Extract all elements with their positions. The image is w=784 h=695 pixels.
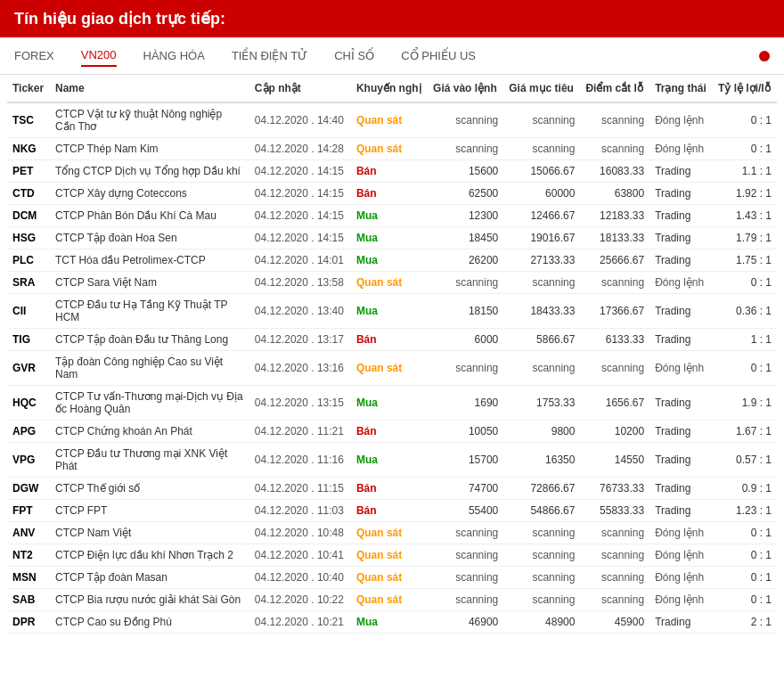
cell-entry: 74700 [428, 478, 503, 500]
cell-status: Trading [649, 478, 713, 500]
cell-target: scanning [503, 351, 580, 386]
cell-status: Đóng lệnh [649, 272, 713, 294]
cell-stop: scanning [580, 567, 649, 589]
table-row: HQCCTCP Tư vấn-Thương mại-Dịch vụ Địa ốc… [7, 386, 777, 421]
cell-recommendation: Mua [351, 205, 428, 227]
cell-name: CTCP Tư vấn-Thương mại-Dịch vụ Địa ốc Ho… [50, 386, 249, 421]
cell-status: Đóng lệnh [649, 589, 713, 611]
cell-entry: 26200 [428, 249, 503, 272]
cell-update: 04.12.2020 . 14:28 [249, 138, 351, 160]
cell-target: scanning [503, 544, 580, 567]
col-stop: Điểm cắt lỗ [580, 75, 649, 102]
cell-target: scanning [503, 589, 580, 611]
cell-stop: 10200 [580, 421, 649, 443]
cell-name: TCT Hóa dầu Petrolimex-CTCP [50, 249, 249, 272]
tab-tien-dien-tu[interactable]: TIỀN ĐIỆN TỬ [232, 45, 307, 66]
cell-target: 5866.67 [503, 329, 580, 351]
col-ratio: Tỷ lệ lợi/lỗ [713, 75, 777, 102]
cell-ratio: 0 : 1 [713, 589, 777, 611]
cell-update: 04.12.2020 . 13:40 [249, 294, 351, 329]
cell-ratio: 0 : 1 [713, 272, 777, 294]
cell-target: scanning [503, 138, 580, 160]
cell-name: CTCP Phân Bón Dầu Khí Cà Mau [50, 205, 249, 227]
table-row: DPRCTCP Cao su Đồng Phú04.12.2020 . 10:2… [7, 611, 777, 634]
cell-name: CTCP Tập đoàn Đầu tư Thăng Long [50, 329, 249, 351]
cell-entry: 6000 [428, 329, 503, 351]
cell-target: 72866.67 [503, 478, 580, 500]
tab-chi-so[interactable]: CHỈ SỐ [334, 45, 374, 66]
cell-name: CTCP Điện lực dầu khí Nhơn Trạch 2 [50, 544, 249, 567]
col-status: Trạng thái [649, 75, 713, 102]
cell-update: 04.12.2020 . 13:16 [249, 351, 351, 386]
table-row: SABCTCP Bia rượu nước giải khát Sài Gòn0… [7, 589, 777, 611]
table-row: NKGCTCP Thép Nam Kim04.12.2020 . 14:28Qu… [7, 138, 777, 160]
table-header-row: Ticker Name Cập nhật Khuyến nghị Giá vào… [7, 75, 777, 102]
cell-status: Đóng lệnh [649, 102, 713, 138]
cell-entry: 46900 [428, 611, 503, 634]
cell-update: 04.12.2020 . 10:40 [249, 567, 351, 589]
cell-ratio: 0.57 : 1 [713, 443, 777, 478]
cell-recommendation: Quan sát [351, 589, 428, 611]
cell-target: scanning [503, 567, 580, 589]
cell-name: Tập đoàn Công nghiệp Cao su Việt Nam [50, 351, 249, 386]
tab-hang-hoa[interactable]: HÀNG HÓA [143, 45, 205, 66]
cell-status: Trading [649, 329, 713, 351]
cell-recommendation: Bán [351, 329, 428, 351]
cell-ticker: MSN [7, 567, 50, 589]
table-row: DCMCTCP Phân Bón Dầu Khí Cà Mau04.12.202… [7, 205, 777, 227]
cell-ticker: FPT [7, 500, 50, 522]
cell-stop: 16083.33 [580, 160, 649, 183]
table-row: NT2CTCP Điện lực dầu khí Nhơn Trạch 204.… [7, 544, 777, 567]
cell-name: CTCP Thép Nam Kim [50, 138, 249, 160]
cell-entry: 15600 [428, 160, 503, 183]
cell-target: scanning [503, 522, 580, 544]
cell-stop: scanning [580, 589, 649, 611]
cell-ticker: PLC [7, 249, 50, 272]
cell-entry: 10050 [428, 421, 503, 443]
cell-entry: 15700 [428, 443, 503, 478]
cell-status: Trading [649, 160, 713, 183]
cell-ticker: APG [7, 421, 50, 443]
cell-recommendation: Quan sát [351, 272, 428, 294]
cell-ticker: DPR [7, 611, 50, 634]
cell-status: Trading [649, 443, 713, 478]
cell-recommendation: Mua [351, 294, 428, 329]
table-row: FPTCTCP FPT04.12.2020 . 11:03Bán55400548… [7, 500, 777, 522]
cell-ratio: 0 : 1 [713, 102, 777, 138]
tab-co-phieu-us[interactable]: CỔ PHIẾU US [401, 45, 476, 66]
cell-status: Trading [649, 183, 713, 205]
cell-stop: 76733.33 [580, 478, 649, 500]
cell-recommendation: Bán [351, 500, 428, 522]
table-row: CTDCTCP Xây dựng Coteccons04.12.2020 . 1… [7, 183, 777, 205]
table-row: PETTổng CTCP Dịch vụ Tổng hợp Dầu khí04.… [7, 160, 777, 183]
tab-vn200[interactable]: VN200 [81, 45, 117, 67]
cell-stop: 25666.67 [580, 249, 649, 272]
cell-entry: scanning [428, 567, 503, 589]
cell-name: CTCP Tập đoàn Masan [50, 567, 249, 589]
col-target: Giá mục tiêu [503, 75, 580, 102]
cell-entry: scanning [428, 522, 503, 544]
cell-stop: 12183.33 [580, 205, 649, 227]
cell-name: CTCP Tập đoàn Hoa Sen [50, 227, 249, 249]
cell-ticker: VPG [7, 443, 50, 478]
cell-ticker: TIG [7, 329, 50, 351]
cell-target: scanning [503, 272, 580, 294]
cell-ticker: SRA [7, 272, 50, 294]
page-header: Tín hiệu giao dịch trực tiếp: [0, 0, 784, 37]
cell-update: 04.12.2020 . 10:21 [249, 611, 351, 634]
cell-status: Đóng lệnh [649, 544, 713, 567]
cell-status: Trading [649, 294, 713, 329]
cell-name: Tổng CTCP Dịch vụ Tổng hợp Dầu khí [50, 160, 249, 183]
cell-update: 04.12.2020 . 14:15 [249, 205, 351, 227]
cell-ratio: 0.36 : 1 [713, 294, 777, 329]
tab-forex[interactable]: FOREX [14, 45, 54, 66]
cell-update: 04.12.2020 . 11:15 [249, 478, 351, 500]
cell-recommendation: Quan sát [351, 102, 428, 138]
cell-status: Trading [649, 386, 713, 421]
cell-entry: scanning [428, 351, 503, 386]
cell-entry: scanning [428, 138, 503, 160]
cell-update: 04.12.2020 . 13:15 [249, 386, 351, 421]
cell-recommendation: Mua [351, 249, 428, 272]
cell-ticker: DGW [7, 478, 50, 500]
cell-name: CTCP Nam Việt [50, 522, 249, 544]
